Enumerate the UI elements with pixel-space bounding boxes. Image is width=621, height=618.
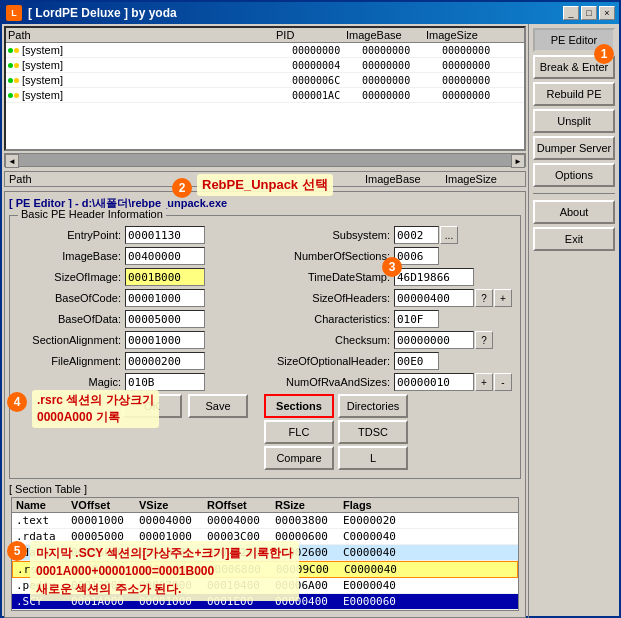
title-controls: _ □ × bbox=[563, 6, 615, 20]
app-icon: L bbox=[6, 5, 22, 21]
field-input-ib[interactable] bbox=[125, 247, 205, 265]
col-pid-header: PID bbox=[276, 29, 346, 41]
field-input-cs[interactable] bbox=[394, 331, 474, 349]
field-label-ss: Subsystem: bbox=[270, 229, 390, 241]
save-button[interactable]: Save bbox=[188, 394, 248, 418]
field-label-magic: Magic: bbox=[16, 376, 121, 388]
dot-yellow bbox=[14, 93, 19, 98]
annotation-circle-4: 4 bbox=[7, 392, 27, 412]
field-input-ss[interactable] bbox=[394, 226, 439, 244]
tdsc-button[interactable]: TDSC bbox=[338, 420, 408, 444]
l-button[interactable]: L bbox=[338, 446, 408, 470]
maximize-button[interactable]: □ bbox=[581, 6, 597, 20]
file-imgbase: 00000000 bbox=[362, 60, 442, 71]
annotation-2-text: RebPE_Unpack 선택 bbox=[197, 174, 333, 196]
field-input-fa[interactable] bbox=[125, 352, 205, 370]
right-panel: PE Editor Break & Enter Rebuild PE Unspl… bbox=[529, 24, 619, 618]
file-pid: 00000000 bbox=[292, 45, 362, 56]
row-flags: E0000020 bbox=[341, 514, 411, 527]
dot-yellow bbox=[14, 63, 19, 68]
section-table-header: Name VOffset VSize ROffset RSize Flags bbox=[12, 498, 518, 513]
dumper-server-button[interactable]: Dumper Server bbox=[533, 136, 615, 160]
col-vsize-header: VSize bbox=[137, 499, 205, 511]
list-item[interactable]: [system] 000001AC 00000000 00000000 bbox=[6, 88, 524, 103]
list-item[interactable]: [system] 00000000 00000000 00000000 bbox=[6, 43, 524, 58]
title-bar: L [ LordPE Deluxe ] by yoda _ □ × bbox=[2, 2, 619, 24]
annotation-4-text: .rsrc 섹션의 가상크기 0000A000 기록 bbox=[32, 390, 159, 428]
field-input-soh[interactable] bbox=[394, 289, 474, 307]
row-voffset: 00001000 bbox=[69, 514, 137, 527]
field-label-ep: EntryPoint: bbox=[16, 229, 121, 241]
field-input-magic[interactable] bbox=[125, 373, 205, 391]
field-input-sooh[interactable] bbox=[394, 352, 439, 370]
soh-plus-btn[interactable]: + bbox=[494, 289, 512, 307]
list-item[interactable]: [system] 00000004 00000000 00000000 bbox=[6, 58, 524, 73]
nra-plus-btn[interactable]: + bbox=[475, 373, 493, 391]
path-imgsize-label: ImageSize bbox=[445, 173, 525, 185]
field-input-sa[interactable] bbox=[125, 331, 205, 349]
field-label-nra: NumOfRvaAndSizes: bbox=[270, 376, 390, 388]
field-label-tds: TimeDateStamp: bbox=[270, 271, 390, 283]
col-rsize-header: RSize bbox=[273, 499, 341, 511]
section-buttons-group: Sections Directories FLC TDSC Compare L bbox=[264, 394, 408, 470]
soh-q-btn[interactable]: ? bbox=[475, 289, 493, 307]
file-list-header: Path PID ImageBase ImageSize bbox=[6, 28, 524, 43]
window-title: [ LordPE Deluxe ] by yoda bbox=[28, 6, 563, 20]
section-buttons-row2: FLC TDSC bbox=[264, 420, 408, 444]
file-imgsize: 00000000 bbox=[442, 60, 522, 71]
cs-q-btn[interactable]: ? bbox=[475, 331, 493, 349]
file-path: [system] bbox=[8, 44, 292, 56]
field-input-tds[interactable] bbox=[394, 268, 474, 286]
scroll-left-btn[interactable]: ◄ bbox=[5, 154, 19, 168]
field-input-bod[interactable] bbox=[125, 310, 205, 328]
file-pid: 0000006C bbox=[292, 75, 362, 86]
proc-icon bbox=[8, 93, 19, 98]
field-input-nra[interactable] bbox=[394, 373, 474, 391]
rebuild-pe-button[interactable]: Rebuild PE bbox=[533, 82, 615, 106]
dot-green bbox=[8, 93, 13, 98]
list-item[interactable]: [system] 0000006C 00000000 00000000 bbox=[6, 73, 524, 88]
table-row[interactable]: .text 00001000 00004000 00004000 0000380… bbox=[12, 513, 518, 529]
file-pid: 000001AC bbox=[292, 90, 362, 101]
sections-button[interactable]: Sections bbox=[264, 394, 334, 418]
h-scrollbar[interactable]: ◄ ► bbox=[4, 153, 526, 167]
field-numofrva: NumOfRvaAndSizes: + - bbox=[270, 373, 514, 391]
dot-yellow bbox=[14, 78, 19, 83]
file-imgsize: 00000000 bbox=[442, 45, 522, 56]
col-path-header: Path bbox=[8, 29, 276, 41]
row-flags: C0000040 bbox=[341, 530, 411, 543]
field-input-boc[interactable] bbox=[125, 289, 205, 307]
row-flags: E0000040 bbox=[341, 579, 411, 592]
nra-minus-btn[interactable]: - bbox=[494, 373, 512, 391]
row-roffset: 00004000 bbox=[205, 514, 273, 527]
compare-button[interactable]: Compare bbox=[264, 446, 334, 470]
field-characteristics: Characteristics: bbox=[270, 310, 514, 328]
flc-button[interactable]: FLC bbox=[264, 420, 334, 444]
close-button[interactable]: × bbox=[599, 6, 615, 20]
about-button[interactable]: About bbox=[533, 200, 615, 224]
file-imgsize: 00000000 bbox=[442, 75, 522, 86]
file-list-area: Path PID ImageBase ImageSize [system] bbox=[4, 26, 526, 151]
field-baseofcode: BaseOfCode: bbox=[16, 289, 260, 307]
pe-fields-container: EntryPoint: ImageBase: SizeOfImage: bbox=[16, 226, 514, 394]
field-input-ch[interactable] bbox=[394, 310, 439, 328]
scroll-track[interactable] bbox=[19, 154, 511, 166]
subsystem-btn[interactable]: ... bbox=[440, 226, 458, 244]
options-button[interactable]: Options bbox=[533, 163, 615, 187]
minimize-button[interactable]: _ bbox=[563, 6, 579, 20]
annotation-circle-2: 2 bbox=[172, 178, 192, 198]
file-path: [system] bbox=[8, 59, 292, 71]
field-input-soi[interactable] bbox=[125, 268, 205, 286]
directories-button[interactable]: Directories bbox=[338, 394, 408, 418]
unsplit-button[interactable]: Unsplit bbox=[533, 109, 615, 133]
row-flags: C0000040 bbox=[341, 546, 411, 559]
field-label-sa: SectionAlignment: bbox=[16, 334, 121, 346]
annotation-5-text: 마지막 .SCY 섹션의[가상주소+크기]를 기록한다 0001A000+000… bbox=[30, 541, 299, 601]
exit-button[interactable]: Exit bbox=[533, 227, 615, 251]
field-label-sooh: SizeOfOptionalHeader: bbox=[270, 355, 390, 367]
file-list-rows[interactable]: [system] 00000000 00000000 00000000 [s bbox=[6, 43, 524, 142]
file-path: [system] bbox=[8, 74, 292, 86]
scroll-right-btn[interactable]: ► bbox=[511, 154, 525, 168]
field-input-ep[interactable] bbox=[125, 226, 205, 244]
dot-green bbox=[8, 63, 13, 68]
